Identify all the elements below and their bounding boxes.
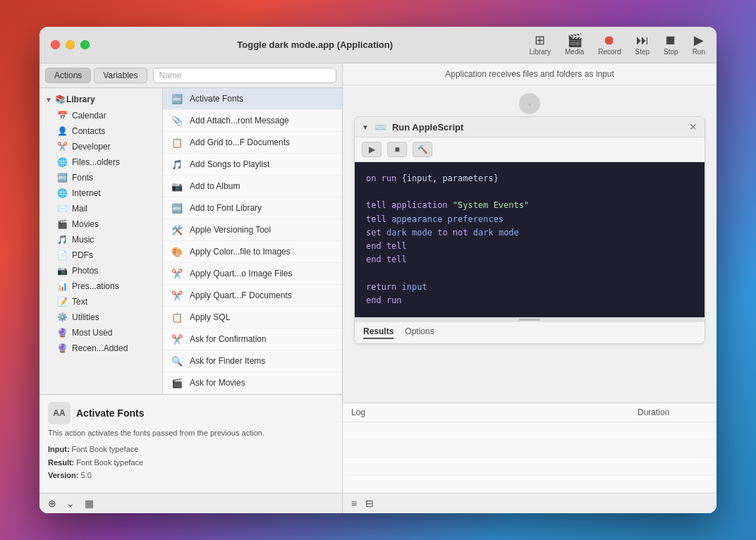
ask-movies-icon: 🎬 bbox=[170, 376, 184, 390]
action-label-apply-quart-img: Apply Quart...o Image Files bbox=[190, 269, 292, 278]
search-input[interactable] bbox=[153, 68, 337, 83]
run-script-button[interactable]: ▶ bbox=[362, 142, 382, 157]
sidebar-item-recentadded[interactable]: 🔮 Recen...Added bbox=[39, 340, 162, 356]
sidebar-item-photos[interactable]: 📷 Photos bbox=[39, 263, 162, 278]
sidebar-item-internet[interactable]: 🌐 Internet bbox=[39, 185, 162, 201]
sidebar-library-header[interactable]: ▼ 📚 Library bbox=[39, 91, 162, 108]
action-block-header: ▼ ⌨️ Run AppleScript ✕ bbox=[355, 117, 705, 137]
sidebar-item-mostused[interactable]: 🔮 Most Used bbox=[39, 325, 162, 340]
files-icon: 🌐 bbox=[56, 157, 68, 168]
action-item-add-font-lib[interactable]: 🔤 Add to Font Library bbox=[163, 197, 342, 219]
sidebar-label-calendar: Calendar bbox=[72, 111, 106, 121]
tab-variables[interactable]: Variables bbox=[94, 68, 147, 83]
mail-icon: ✉️ bbox=[56, 203, 68, 214]
collapse-icon[interactable]: ▼ bbox=[362, 123, 369, 131]
tab-options[interactable]: Options bbox=[405, 326, 434, 339]
stop-label: Stop bbox=[664, 48, 678, 56]
panels-row: ▼ 📚 Library 📅 Calendar 👤 Contacts ✂️ bbox=[39, 88, 342, 394]
tab-results[interactable]: Results bbox=[363, 326, 394, 339]
log-row-3 bbox=[343, 458, 717, 475]
sidebar-item-movies[interactable]: 🎬 Movies bbox=[39, 216, 162, 232]
sidebar-item-utilities[interactable]: ⚙️ Utilities bbox=[39, 309, 162, 325]
developer-icon: ✂️ bbox=[56, 141, 68, 152]
action-item-add-songs[interactable]: 🎵 Add Songs to Playlist bbox=[163, 154, 342, 176]
mostused-icon: 🔮 bbox=[56, 327, 68, 338]
column-view-button[interactable]: ⊟ bbox=[364, 496, 375, 510]
workflow-area[interactable]: ⬦ ▼ ⌨️ Run AppleScript ✕ ▶ ■ 🔨 bbox=[343, 85, 717, 403]
record-button[interactable]: ⏺ Record bbox=[598, 34, 621, 56]
bottom-info-panel: AA Activate Fonts This action activates … bbox=[39, 394, 342, 493]
compile-script-button[interactable]: 🔨 bbox=[413, 142, 432, 157]
action-item-apply-quart-f[interactable]: ✂️ Apply Quart...F Documents bbox=[163, 285, 342, 307]
action-item-ask-finder[interactable]: 🔍 Ask for Finder Items bbox=[163, 350, 342, 372]
stop-button[interactable]: ⏹ Stop bbox=[664, 34, 678, 56]
sidebar-label-files: Files...olders bbox=[72, 157, 120, 167]
close-action-button[interactable]: ✕ bbox=[689, 121, 697, 133]
sidebar-item-files[interactable]: 🌐 Files...olders bbox=[39, 154, 162, 170]
text-icon: 📝 bbox=[56, 296, 68, 307]
action-label-apply-color: Apply Color...file to Images bbox=[190, 247, 291, 257]
step-icon: ⏭ bbox=[636, 34, 649, 47]
library-icon: ⊞ bbox=[535, 34, 545, 47]
maximize-button[interactable] bbox=[80, 40, 90, 49]
sidebar: ▼ 📚 Library 📅 Calendar 👤 Contacts ✂️ bbox=[39, 88, 163, 394]
action-item-ask-confirm[interactable]: ✂️ Ask for Confirmation bbox=[163, 329, 342, 350]
sidebar-item-presentations[interactable]: 📊 Pres...ations bbox=[39, 278, 162, 294]
main-window: Toggle dark mode.app (Application) ⊞ Lib… bbox=[39, 27, 717, 513]
run-applescript-block: ▼ ⌨️ Run AppleScript ✕ ▶ ■ 🔨 on run {inp… bbox=[354, 116, 705, 344]
list-view-button[interactable]: ≡ bbox=[350, 496, 358, 510]
run-icon: ▶ bbox=[694, 34, 704, 47]
record-icon: ⏺ bbox=[603, 34, 616, 47]
media-button[interactable]: 🎬 Media bbox=[565, 34, 584, 56]
action-label-apply-quart-f: Apply Quart...F Documents bbox=[190, 290, 292, 300]
action-item-apply-color[interactable]: 🎨 Apply Color...file to Images bbox=[163, 241, 342, 263]
sidebar-item-developer[interactable]: ✂️ Developer bbox=[39, 139, 162, 154]
sidebar-item-calendar[interactable]: 📅 Calendar bbox=[39, 108, 162, 123]
sidebar-item-fonts[interactable]: 🔤 Fonts bbox=[39, 170, 162, 185]
add-font-lib-icon: 🔤 bbox=[170, 201, 184, 215]
pdfs-icon: 📄 bbox=[56, 250, 68, 261]
action-item-activate-fonts[interactable]: 🔤 Activate Fonts bbox=[163, 88, 342, 110]
add-action-button[interactable]: ⊕ bbox=[45, 496, 59, 510]
bottom-info-app-icon: AA bbox=[48, 402, 71, 424]
tab-actions[interactable]: Actions bbox=[45, 68, 91, 83]
actions-list: 🔤 Activate Fonts 📎 Add Attach...ront Mes… bbox=[163, 88, 342, 394]
action-item-ask-movies[interactable]: 🎬 Ask for Movies bbox=[163, 372, 342, 394]
sidebar-item-contacts[interactable]: 👤 Contacts bbox=[39, 123, 162, 139]
sidebar-item-text[interactable]: 📝 Text bbox=[39, 294, 162, 309]
minimize-button[interactable] bbox=[66, 40, 75, 49]
chevron-down-icon: ▼ bbox=[45, 96, 52, 104]
library-button[interactable]: ⊞ Library bbox=[529, 34, 551, 56]
action-item-apply-sql[interactable]: 📋 Apply SQL bbox=[163, 307, 342, 329]
contacts-icon: 👤 bbox=[56, 125, 68, 137]
action-item-add-attach[interactable]: 📎 Add Attach...ront Message bbox=[163, 110, 342, 132]
apply-quart-f-icon: ✂️ bbox=[170, 288, 184, 302]
workflow-connector-top: ⬦ bbox=[354, 97, 705, 111]
recentadded-icon: 🔮 bbox=[56, 343, 68, 354]
log-col-duration: Duration bbox=[638, 407, 708, 417]
sidebar-label-pdfs: PDFs bbox=[72, 250, 93, 260]
calendar-icon: 📅 bbox=[56, 110, 68, 121]
action-item-add-album[interactable]: 📷 Add to Album bbox=[163, 176, 342, 197]
code-editor[interactable]: on run {input, parameters} tell applicat… bbox=[355, 162, 705, 317]
action-block-tabs: Results Options bbox=[355, 321, 705, 343]
close-button[interactable] bbox=[51, 40, 60, 49]
log-footer: ≡ ⊟ bbox=[343, 493, 717, 513]
action-label-apple-versioning: Apple Versioning Tool bbox=[190, 225, 271, 235]
log-col-log: Log bbox=[351, 407, 638, 417]
chevron-down-icon[interactable]: ⌄ bbox=[63, 496, 78, 510]
action-item-apply-quart-img[interactable]: ✂️ Apply Quart...o Image Files bbox=[163, 263, 342, 285]
bottom-info-title: Activate Fonts bbox=[76, 407, 144, 419]
step-button[interactable]: ⏭ Step bbox=[635, 34, 650, 56]
sidebar-item-mail[interactable]: ✉️ Mail bbox=[39, 201, 162, 216]
sidebar-label-developer: Developer bbox=[72, 142, 111, 152]
stop-script-button[interactable]: ■ bbox=[387, 142, 407, 157]
window-title: Toggle dark mode.app (Application) bbox=[101, 39, 529, 50]
bottom-info-header: AA Activate Fonts bbox=[48, 402, 334, 424]
action-item-add-grid[interactable]: 📋 Add Grid to...F Documents bbox=[163, 132, 342, 154]
grid-view-button[interactable]: ▦ bbox=[82, 496, 97, 510]
sidebar-item-pdfs[interactable]: 📄 PDFs bbox=[39, 247, 162, 263]
run-button[interactable]: ▶ Run bbox=[693, 34, 705, 56]
sidebar-item-music[interactable]: 🎵 Music bbox=[39, 232, 162, 247]
action-item-apple-versioning[interactable]: 🛠️ Apple Versioning Tool bbox=[163, 219, 342, 241]
